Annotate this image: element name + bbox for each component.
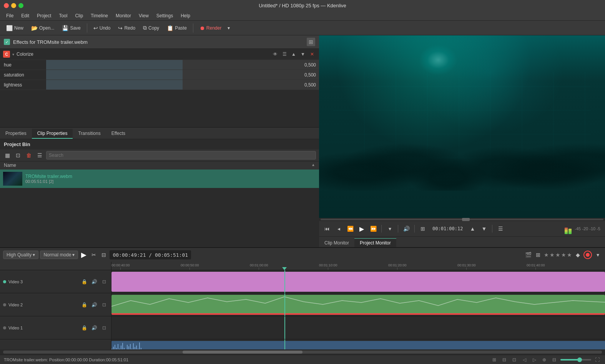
status-btn-7[interactable]: ⊟	[550, 356, 558, 364]
new-button[interactable]: ⬜ New	[3, 23, 27, 33]
monitor-time-down[interactable]: ▼	[479, 224, 489, 234]
status-btn-5[interactable]: ▷	[530, 356, 538, 364]
bin-new-folder-button[interactable]: ⊡	[14, 151, 22, 160]
status-fullscreen-btn[interactable]: ⛶	[593, 356, 601, 364]
monitor-settings-button[interactable]: ☰	[495, 224, 505, 234]
menu-help[interactable]: Help	[178, 12, 193, 19]
param-saturation-row[interactable]: saturation 0,500	[0, 70, 319, 80]
track-row-video2[interactable]	[111, 293, 605, 316]
track-row-video1[interactable]	[111, 316, 605, 339]
track-mute-video3[interactable]: 🔊	[90, 278, 98, 286]
effect-delete-button[interactable]: ✕	[308, 50, 316, 58]
bin-item-0[interactable]: TROMsite trailer.webm 00:05:51:01 [2]	[0, 170, 319, 188]
tab-effects[interactable]: Effects	[106, 129, 131, 139]
status-btn-6[interactable]: ⊕	[540, 356, 548, 364]
bin-menu-button[interactable]: ☰	[35, 151, 44, 160]
monitor-zoom-button[interactable]: ⊞	[418, 224, 428, 234]
status-btn-2[interactable]: ⊟	[500, 356, 508, 364]
volume-thumb[interactable]	[577, 357, 582, 362]
param-hue-slider[interactable]: 0,500	[46, 60, 319, 70]
star-3[interactable]: ★	[555, 252, 560, 258]
volume-slider[interactable]	[560, 359, 591, 361]
close-button[interactable]	[4, 3, 9, 8]
param-saturation-slider[interactable]: 0,500	[46, 70, 319, 80]
star-1[interactable]: ★	[544, 252, 549, 258]
effect-down-button[interactable]: ▼	[299, 50, 307, 58]
monitor-to-start-button[interactable]: ⏮	[322, 224, 332, 234]
effects-expand-button[interactable]: ⊞	[307, 38, 315, 46]
monitor-scroll-track[interactable]	[321, 219, 603, 220]
status-btn-1[interactable]: ⊞	[490, 356, 498, 364]
minimize-button[interactable]	[11, 3, 16, 8]
timeline-clip-button[interactable]: ⊟	[100, 251, 108, 259]
clip-video3[interactable]	[111, 272, 605, 292]
menu-edit[interactable]: Edit	[18, 12, 32, 19]
track-row-audio1[interactable]	[111, 339, 605, 349]
track-composite-video1[interactable]: ⊡	[100, 324, 108, 332]
param-hue-row[interactable]: hue 0,500	[0, 60, 319, 70]
bin-view-button[interactable]: ▦	[3, 151, 12, 160]
star-4[interactable]: ★	[561, 252, 566, 258]
tab-clip-monitor[interactable]: Clip Monitor	[319, 239, 354, 247]
bin-search-input[interactable]	[46, 151, 316, 160]
monitor-time-up[interactable]: ▲	[467, 224, 477, 234]
bin-sort-icon[interactable]: ▲	[311, 163, 315, 168]
timeline-lock-button[interactable]: ⊞	[534, 251, 542, 259]
track-mute-video1[interactable]: 🔊	[90, 324, 98, 332]
menu-monitor[interactable]: Monitor	[113, 12, 134, 19]
render-dropdown[interactable]: ▾	[226, 24, 231, 32]
timeline-play-button[interactable]: ▶	[80, 251, 88, 259]
tab-transitions[interactable]: Transitions	[73, 129, 106, 139]
tab-properties[interactable]: Properties	[0, 129, 32, 139]
track-composite-video2[interactable]: ⊡	[100, 301, 108, 309]
monitor-play-button[interactable]: ▶	[357, 224, 367, 234]
monitor-step-back-button[interactable]: ◂	[334, 224, 344, 234]
track-lock-video2[interactable]: 🔒	[80, 301, 88, 309]
star-5[interactable]: ★	[567, 252, 572, 258]
save-button[interactable]: 💾 Save	[59, 23, 83, 33]
record-button[interactable]	[583, 251, 592, 259]
monitor-scrollbar[interactable]	[319, 218, 605, 221]
menu-clip[interactable]: Clip	[72, 12, 86, 19]
param-lightness-row[interactable]: lightness 0,500	[0, 80, 319, 90]
track-lock-video1[interactable]: 🔒	[80, 324, 88, 332]
track-composite-video3[interactable]: ⊡	[100, 278, 108, 286]
monitor-volume-button[interactable]: 🔊	[401, 224, 411, 234]
monitor-prev-frame-button[interactable]: ⏪	[345, 224, 355, 234]
track-lock-video3[interactable]: 🔒	[80, 278, 88, 286]
tab-project-monitor[interactable]: Project Monitor	[354, 238, 396, 247]
status-btn-4[interactable]: ◁	[520, 356, 528, 364]
menu-tool[interactable]: Tool	[56, 12, 70, 19]
monitor-next-frame-button[interactable]: ⏩	[368, 224, 378, 234]
render-button[interactable]: ⏺ Render	[196, 23, 224, 33]
menu-file[interactable]: File	[3, 12, 17, 19]
monitor-scroll-thumb[interactable]	[462, 218, 470, 221]
effects-enable-checkbox[interactable]: ✓	[4, 39, 10, 45]
track-row-video3[interactable]	[111, 270, 605, 293]
timeline-menu-button[interactable]: ▾	[593, 251, 602, 259]
timeline-marker-button[interactable]: ◆	[573, 251, 582, 259]
tab-clip-properties[interactable]: Clip Properties	[32, 129, 73, 139]
quality-button[interactable]: High Quality ▾	[3, 251, 38, 259]
timeline-scroll-track[interactable]	[3, 351, 602, 354]
timeline-cut-button[interactable]: ✂	[90, 251, 98, 259]
mode-button[interactable]: Normal mode ▾	[40, 251, 78, 259]
clip-video2[interactable]	[111, 295, 605, 315]
track-mute-video2[interactable]: 🔊	[90, 301, 98, 309]
timeline-scroll-thumb[interactable]	[183, 351, 302, 354]
menu-project[interactable]: Project	[34, 12, 54, 19]
menu-view[interactable]: View	[136, 12, 152, 19]
open-button[interactable]: 📂 Open...	[28, 23, 57, 33]
bin-delete-button[interactable]: 🗑	[25, 151, 33, 160]
copy-button[interactable]: ⧉ Copy	[140, 23, 162, 33]
monitor-dropdown-button[interactable]: ▾	[385, 224, 395, 234]
menu-settings[interactable]: Settings	[153, 12, 176, 19]
effect-list-button[interactable]: ☰	[281, 50, 288, 58]
star-2[interactable]: ★	[550, 252, 555, 258]
timeline-zoom-out[interactable]: 🎬	[524, 251, 532, 259]
undo-button[interactable]: ↩ Undo	[90, 23, 114, 33]
status-btn-3[interactable]: ⊡	[510, 356, 518, 364]
param-lightness-slider[interactable]: 0,500	[46, 80, 319, 90]
timeline-scrollbar[interactable]	[0, 349, 605, 355]
maximize-button[interactable]	[18, 3, 23, 8]
